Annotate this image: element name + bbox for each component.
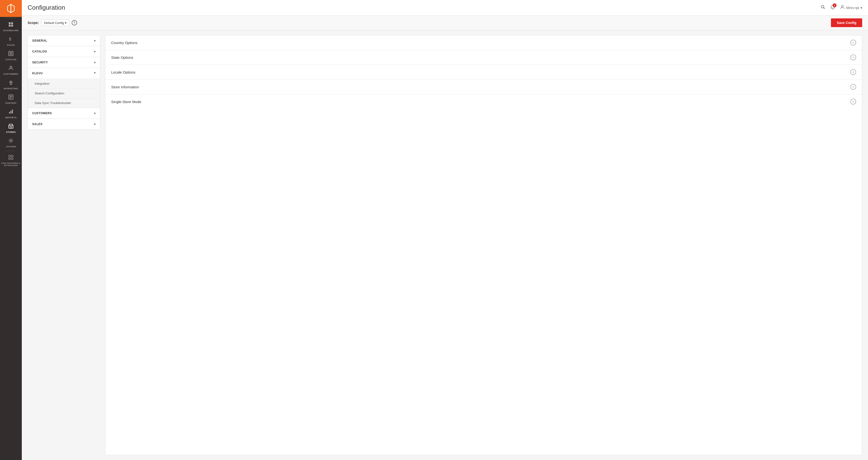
notifications-button[interactable]: 2 — [830, 5, 835, 11]
state-options-row[interactable]: State Options ▾ — [105, 50, 862, 65]
locale-options-row[interactable]: Locale Options ▾ — [105, 65, 862, 79]
svg-point-25 — [10, 140, 11, 141]
content-icon — [8, 94, 14, 101]
right-panel: Country Options ▾ State Options ▾ Locale… — [105, 35, 862, 455]
save-config-button[interactable]: Save Config — [831, 19, 862, 27]
svg-point-32 — [841, 5, 843, 7]
klevu-sub-items: Integration Search Configuration Data Sy… — [28, 79, 100, 108]
svg-rect-27 — [11, 155, 13, 157]
user-menu-chevron-icon: ▾ — [861, 6, 862, 10]
sidebar-item-reports[interactable]: REPORTS — [0, 106, 22, 121]
sidebar-item-find-partners-label: FIND PARTNERS & EXTENSIONS — [1, 162, 21, 166]
sidebar-item-content-label: CONTENT — [5, 102, 17, 104]
scope-bar: Scope: Default Config ▾ ? Save Config — [22, 15, 868, 30]
svg-text:$: $ — [9, 37, 11, 41]
sidebar-item-system[interactable]: SYSTEM — [0, 135, 22, 150]
config-section-sales-header[interactable]: SALES ▾ — [28, 119, 100, 129]
svg-line-31 — [824, 8, 825, 9]
customers-icon — [8, 65, 14, 72]
sidebar-item-sales-label: SALES — [7, 44, 15, 46]
svg-rect-6 — [9, 25, 11, 27]
config-section-catalog-chevron: ▾ — [94, 50, 96, 54]
sidebar-item-marketing[interactable]: MARKETING — [0, 77, 22, 92]
svg-rect-20 — [9, 112, 10, 113]
config-section-klevu-header[interactable]: KLEVU ▴ — [28, 68, 100, 79]
sidebar-item-marketing-label: MARKETING — [4, 87, 18, 90]
config-section-klevu-chevron: ▴ — [94, 71, 96, 75]
search-icon[interactable] — [820, 5, 826, 11]
config-section-customers-title: CUSTOMERS — [32, 111, 52, 115]
locale-options-expand-icon: ▾ — [850, 69, 856, 75]
config-section-security-header[interactable]: SECURITY ▾ — [28, 57, 100, 68]
config-section-customers-chevron: ▾ — [94, 111, 96, 115]
klevu-integration-item[interactable]: Integration — [28, 79, 100, 88]
klevu-search-configuration-item[interactable]: Search Configuration — [28, 88, 100, 98]
catalog-icon — [8, 51, 14, 57]
scope-select-chevron-icon: ▾ — [65, 21, 67, 25]
magento-logo-icon — [6, 3, 16, 14]
scope-select[interactable]: Default Config ▾ — [41, 20, 69, 26]
help-icon[interactable]: ? — [72, 20, 77, 25]
config-section-general: GENERAL ▾ — [28, 35, 100, 46]
sidebar-item-content[interactable]: CONTENT — [0, 92, 22, 106]
country-options-title: Country Options — [111, 41, 137, 45]
config-section-catalog-header[interactable]: CATALOG ▾ — [28, 46, 100, 57]
sidebar-item-customers[interactable]: CUSTOMERS — [0, 63, 22, 77]
marketing-icon — [8, 79, 14, 87]
sidebar-item-reports-label: REPORTS — [5, 117, 17, 119]
config-section-catalog: CATALOG ▾ — [28, 46, 100, 57]
klevu-search-configuration-label: Search Configuration — [35, 92, 64, 95]
config-section-customers: CUSTOMERS ▾ — [28, 108, 100, 119]
config-section-klevu-title: KLEVU — [32, 72, 42, 75]
config-section-general-title: GENERAL — [32, 39, 47, 42]
sidebar-item-system-label: SYSTEM — [6, 145, 16, 148]
scope-label: Scope: — [28, 21, 39, 25]
sidebar-item-find-partners[interactable]: FIND PARTNERS & EXTENSIONS — [0, 152, 22, 168]
user-menu[interactable]: klevu-qa ▾ — [840, 5, 862, 11]
svg-rect-11 — [11, 52, 12, 53]
config-section-general-chevron: ▾ — [94, 39, 96, 42]
sidebar-item-catalog-label: CATALOG — [5, 58, 17, 61]
sidebar-item-dashboard[interactable]: DASHBOARD — [0, 19, 22, 34]
config-section-security: SECURITY ▾ — [28, 57, 100, 68]
sidebar-item-stores[interactable]: STORES — [0, 121, 22, 135]
reports-icon — [8, 109, 14, 116]
svg-point-14 — [10, 66, 12, 68]
config-section-security-chevron: ▾ — [94, 61, 96, 64]
svg-rect-5 — [11, 22, 13, 24]
config-section-security-title: SECURITY — [32, 61, 48, 64]
state-options-title: State Options — [111, 56, 133, 60]
sidebar-item-stores-label: STORES — [6, 131, 16, 133]
svg-rect-29 — [11, 158, 13, 160]
sidebar-item-dashboard-label: DASHBOARD — [3, 29, 19, 32]
config-section-customers-header[interactable]: CUSTOMERS ▾ — [28, 108, 100, 119]
sidebar: DASHBOARD $ SALES CATALOG CUSTOMERS MARK… — [0, 0, 22, 460]
left-panel: GENERAL ▾ CATALOG ▾ SECURITY ▾ — [28, 35, 100, 130]
scope-selected-value: Default Config — [44, 21, 64, 25]
sidebar-item-customers-label: CUSTOMERS — [3, 73, 19, 75]
state-options-expand-icon: ▾ — [850, 55, 856, 60]
main-content: Configuration 2 klevu-qa ▾ Scope: Defaul… — [22, 0, 868, 460]
config-section-general-header[interactable]: GENERAL ▾ — [28, 35, 100, 46]
sidebar-item-sales[interactable]: $ SALES — [0, 34, 22, 48]
sidebar-item-catalog[interactable]: CATALOG — [0, 48, 22, 63]
single-store-mode-row[interactable]: Single-Store Mode ▾ — [105, 94, 862, 109]
klevu-data-sync-troubleshooter-item[interactable]: Data Sync Troubleshooter — [28, 98, 100, 108]
scope-left: Scope: Default Config ▾ ? — [28, 20, 77, 26]
page-title: Configuration — [28, 4, 65, 11]
svg-rect-24 — [10, 127, 11, 128]
svg-rect-12 — [10, 54, 11, 55]
sidebar-divider-top — [5, 18, 17, 18]
klevu-integration-label: Integration — [35, 82, 50, 86]
config-section-sales-chevron: ▾ — [94, 122, 96, 126]
svg-rect-10 — [10, 52, 11, 53]
country-options-row[interactable]: Country Options ▾ — [105, 35, 862, 50]
sidebar-logo — [0, 0, 22, 17]
svg-rect-28 — [9, 158, 10, 160]
country-options-expand-icon: ▾ — [850, 40, 856, 45]
stores-icon — [8, 123, 14, 130]
svg-rect-22 — [12, 110, 13, 113]
dashboard-icon — [8, 22, 14, 28]
find-partners-icon — [8, 154, 14, 161]
store-information-row[interactable]: Store Information ▾ — [105, 79, 862, 94]
